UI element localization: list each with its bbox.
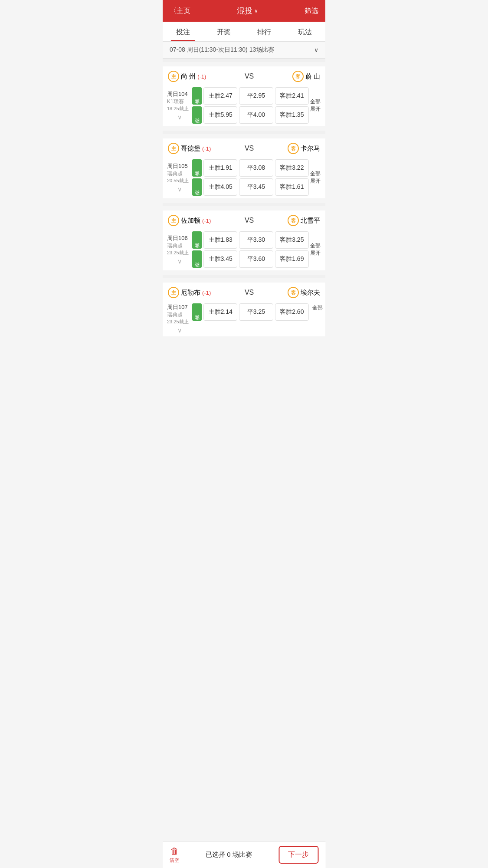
match-info-105: 周日105 瑞典超 20:55截止 ∨ (163, 157, 192, 198)
expand-button-107[interactable]: 全部 (309, 301, 325, 336)
away-win-h-106[interactable]: 客胜1.69 (275, 250, 309, 268)
draw-104[interactable]: 平2.95 (239, 87, 273, 105)
odds-row-no-handicap-104: 非让球 主胜2.47 平2.95 客胜2.41 (192, 87, 309, 105)
home-badge-107: 主 (168, 287, 179, 298)
home-team-105: 主 哥德堡 (-1) (168, 143, 211, 154)
match-card-106: 主 佐加顿 (-1) VS 客 北雪平 周日106 瑞典超 23:25截止 ∨ … (163, 210, 325, 270)
match-card-105: 主 哥德堡 (-1) VS 客 卡尔马 周日105 瑞典超 20:55截止 ∨ … (163, 138, 325, 198)
handicap-label-105: 让球 (192, 178, 202, 196)
home-badge-104: 主 (168, 71, 179, 82)
chevron-down-icon[interactable]: ∨ (254, 8, 258, 14)
home-win-106[interactable]: 主胜1.83 (203, 231, 237, 249)
draw-107[interactable]: 平3.25 (239, 303, 273, 321)
match-info-104: 周日104 K1联赛 18:25截止 ∨ (163, 85, 192, 126)
match-teams-104: 主 尚 州 (-1) VS 客 蔚 山 (163, 66, 325, 85)
tab-rules[interactable]: 玩法 (285, 22, 325, 41)
home-win-104[interactable]: 主胜2.47 (203, 87, 237, 105)
away-win-104[interactable]: 客胜2.41 (275, 87, 309, 105)
match-teams-107: 主 厄勒布 (-1) VS 客 埃尔夫 (163, 283, 325, 301)
home-badge-106: 主 (168, 215, 179, 226)
away-team-104: 客 蔚 山 (292, 71, 320, 82)
date-chevron-icon: ∨ (314, 46, 318, 53)
away-team-106: 客 北雪平 (288, 215, 320, 226)
vs-text-107: VS (245, 289, 254, 296)
filter-button[interactable]: 筛选 (305, 7, 318, 16)
home-badge-105: 主 (168, 143, 179, 154)
expand-button-106[interactable]: 全部展开 (309, 229, 325, 270)
vs-text-104: VS (245, 72, 254, 80)
odds-grid-106: 非让球 主胜1.83 平3.30 客胜3.25 让球 主胜3.45 平3.60 … (192, 229, 309, 270)
odds-grid-104: 非让球 主胜2.47 平2.95 客胜2.41 让球 主胜5.95 平4.00 … (192, 85, 309, 126)
handicap-label-106: 让球 (192, 250, 202, 268)
match-teams-105: 主 哥德堡 (-1) VS 客 卡尔马 (163, 138, 325, 157)
away-win-106[interactable]: 客胜3.25 (275, 231, 309, 249)
no-handicap-label-104: 非让球 (192, 87, 202, 105)
tab-lottery[interactable]: 开奖 (203, 22, 244, 41)
date-selector[interactable]: 07-08 周日(11:30-次日11:30) 13场比赛 ∨ (163, 42, 325, 59)
odds-grid-107: 非让球 主胜2.14 平3.25 客胜2.60 (192, 301, 309, 336)
match-info-106: 周日106 瑞典超 23:25截止 ∨ (163, 229, 192, 270)
away-badge-104: 客 (292, 71, 304, 82)
away-win-105[interactable]: 客胜3.22 (275, 159, 309, 177)
match-expand-105[interactable]: ∨ (167, 186, 192, 193)
no-handicap-label-106: 非让球 (192, 231, 202, 249)
match-card-104: 主 尚 州 (-1) VS 客 蔚 山 周日104 K1联赛 18:25截止 ∨… (163, 66, 325, 126)
home-win-107[interactable]: 主胜2.14 (203, 303, 237, 321)
header-title: 混投 ∨ (237, 6, 258, 16)
home-team-107: 主 厄勒布 (-1) (168, 287, 211, 298)
tab-rank[interactable]: 排行 (244, 22, 285, 41)
odds-row-no-handicap-107: 非让球 主胜2.14 平3.25 客胜2.60 (192, 303, 309, 321)
draw-h-104[interactable]: 平4.00 (239, 106, 273, 124)
match-body-104: 周日104 K1联赛 18:25截止 ∨ 非让球 主胜2.47 平2.95 客胜… (163, 85, 325, 126)
match-expand-106[interactable]: ∨ (167, 258, 192, 265)
odds-row-no-handicap-105: 非让球 主胜1.91 平3.08 客胜3.22 (192, 159, 309, 177)
away-team-107: 客 埃尔夫 (288, 287, 320, 298)
odds-row-handicap-105: 让球 主胜4.05 平3.45 客胜1.61 (192, 178, 309, 196)
away-badge-106: 客 (288, 215, 299, 226)
away-badge-105: 客 (288, 143, 299, 154)
tab-bar: 投注 开奖 排行 玩法 (163, 22, 325, 42)
vs-text-105: VS (245, 145, 254, 152)
back-button[interactable]: 〈主页 (170, 7, 190, 16)
home-win-h-104[interactable]: 主胜5.95 (203, 106, 237, 124)
odds-grid-105: 非让球 主胜1.91 平3.08 客胜3.22 让球 主胜4.05 平3.45 … (192, 157, 309, 198)
expand-button-105[interactable]: 全部展开 (309, 157, 325, 198)
home-team-106: 主 佐加顿 (-1) (168, 215, 211, 226)
home-team-104: 主 尚 州 (-1) (168, 71, 206, 82)
odds-row-no-handicap-106: 非让球 主胜1.83 平3.30 客胜3.25 (192, 231, 309, 249)
tab-bet[interactable]: 投注 (163, 22, 203, 41)
home-win-h-106[interactable]: 主胜3.45 (203, 250, 237, 268)
expand-button-104[interactable]: 全部展开 (309, 85, 325, 126)
draw-106[interactable]: 平3.30 (239, 231, 273, 249)
match-info-107: 周日107 瑞典超 23:25截止 ∨ (163, 301, 192, 336)
away-team-105: 客 卡尔马 (288, 143, 320, 154)
draw-h-106[interactable]: 平3.60 (239, 250, 273, 268)
vs-text-106: VS (245, 217, 254, 224)
match-expand-104[interactable]: ∨ (167, 114, 192, 121)
match-body-105: 周日105 瑞典超 20:55截止 ∨ 非让球 主胜1.91 平3.08 客胜3… (163, 157, 325, 198)
match-body-107: 周日107 瑞典超 23:25截止 ∨ 非让球 主胜2.14 平3.25 客胜2… (163, 301, 325, 336)
away-win-h-105[interactable]: 客胜1.61 (275, 178, 309, 196)
match-card-107: 主 厄勒布 (-1) VS 客 埃尔夫 周日107 瑞典超 23:25截止 ∨ … (163, 283, 325, 336)
draw-h-105[interactable]: 平3.45 (239, 178, 273, 196)
match-expand-107[interactable]: ∨ (167, 327, 192, 334)
odds-row-handicap-106: 让球 主胜3.45 平3.60 客胜1.69 (192, 250, 309, 268)
match-teams-106: 主 佐加顿 (-1) VS 客 北雪平 (163, 210, 325, 229)
odds-row-handicap-104: 让球 主胜5.95 平4.00 客胜1.35 (192, 106, 309, 124)
header: 〈主页 混投 ∨ 筛选 (163, 0, 325, 22)
draw-105[interactable]: 平3.08 (239, 159, 273, 177)
handicap-label-104: 让球 (192, 106, 202, 124)
no-handicap-label-105: 非让球 (192, 159, 202, 177)
home-win-105[interactable]: 主胜1.91 (203, 159, 237, 177)
no-handicap-label-107: 非让球 (192, 303, 202, 321)
home-win-h-105[interactable]: 主胜4.05 (203, 178, 237, 196)
away-win-h-104[interactable]: 客胜1.35 (275, 106, 309, 124)
away-win-107[interactable]: 客胜2.60 (275, 303, 309, 321)
away-badge-107: 客 (288, 287, 299, 298)
match-body-106: 周日106 瑞典超 23:25截止 ∨ 非让球 主胜1.83 平3.30 客胜3… (163, 229, 325, 270)
